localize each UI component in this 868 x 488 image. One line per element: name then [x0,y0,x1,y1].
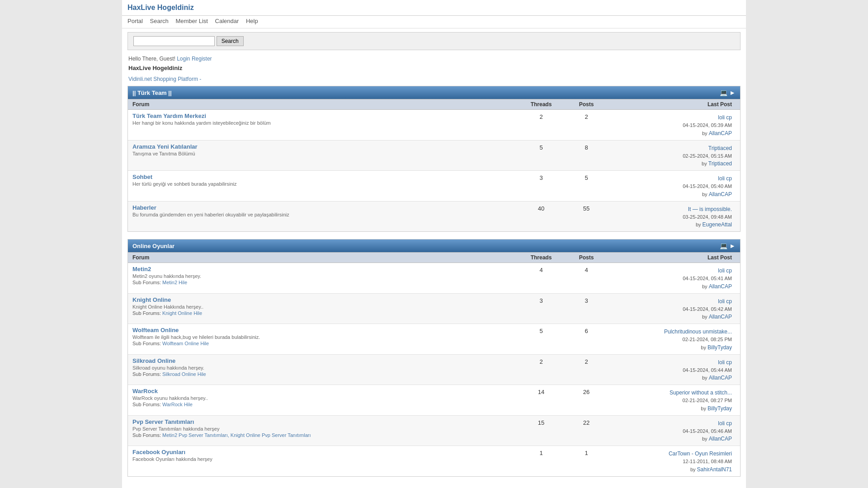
subforum-link[interactable]: Metin2 Pvp Server Tanıtımları, [162,432,229,438]
lastpost-user-link[interactable]: AllanCAP [709,283,732,290]
forum-name-link[interactable]: Knight Online [132,296,171,303]
forum-name-link[interactable]: WarRock [132,388,158,394]
nav-bar: Portal Search Member List Calendar Help [122,16,746,28]
column-headers: Forum Threads Posts Last Post [128,252,740,263]
lastpost-by: by BillyTyday [701,406,732,411]
lastpost-title-link[interactable]: loli cp [718,114,732,121]
table-row: Silkroad OnlineSilkroad oyunu hakkında h… [128,355,740,385]
forum-name-link[interactable]: Wolfteam Online [132,327,179,333]
search-input[interactable] [133,36,215,46]
forum-info-cell: WarRockWarRock oyunu hakkında herşey..Su… [132,388,519,407]
lastpost-by: by AllanCAP [702,436,732,441]
table-row: Metin2Metin2 oyunu hakkında herşey.Sub F… [128,263,740,294]
forum-desc: Her türlü geyiği ve sohbeti burada yapab… [132,181,519,187]
table-row: Knight OnlineKnight Online Hakkında herş… [128,294,740,324]
subforum-link[interactable]: Knight Online Pvp Server Tanıtımları [231,432,311,438]
forum-info-cell: SohbetHer türlü geyiği ve sohbeti burada… [132,174,519,187]
subforum-link[interactable]: Silkroad Online Hile [162,371,206,377]
forum-lastpost-cell: loli cp04-15-2024, 05:46 AMby AllanCAP [609,418,736,443]
lastpost-user-link[interactable]: AllanCAP [709,191,732,197]
lastpost-title-link[interactable]: loli cp [718,175,732,182]
lastpost-user-link[interactable]: BillyTyday [708,405,732,412]
subforum-link[interactable]: Wolfteam Online Hile [162,341,209,346]
col-lastpost-header: Last Post [609,254,736,261]
lastpost-user-link[interactable]: AllanCAP [709,436,732,442]
platform-link: Vidinli.net Shopping Platform - [122,75,746,86]
lastpost-user-link[interactable]: Triptiaced [708,160,732,167]
lastpost-user-link[interactable]: SahirAntalN71 [697,466,732,473]
search-button[interactable]: Search [217,36,244,46]
col-threads-header: Threads [519,101,564,108]
platform-link-anchor[interactable]: Vidinli.net Shopping Platform - [128,76,201,82]
table-row: Facebook OyunlarıFacebook Oyunları hakkı… [128,446,740,476]
lastpost-by: by AllanCAP [702,375,732,380]
forum-info-cell: Pvp Server TanıtımlarıPvp Server Tanıtım… [132,418,519,438]
forum-desc: Wolfteam ile ilgili hack,bug ve hileleri… [132,334,519,340]
section-collapse-icon[interactable]: 💻 ► [720,242,736,249]
lastpost-date: 02-21-2024, 08:25 PM [609,336,732,343]
lastpost-title-link[interactable]: It — is impossible. [688,206,732,212]
nav-search[interactable]: Search [150,18,169,24]
header: HaxLive Hogeldiniz [122,0,746,16]
lastpost-title-link[interactable]: Triptiaced [708,145,732,151]
forum-name-link[interactable]: Aramıza Yeni Katılanlar [132,143,198,150]
hello-bar: Hello There, Guest! Login Register [122,54,746,64]
forum-threads-count: 5 [519,143,564,151]
forum-name-link[interactable]: Haberler [132,204,156,211]
forum-info-cell: Türk Team Yardım MerkeziHer hangi bir ko… [132,113,519,126]
lastpost-user-link[interactable]: EugeneAttal [703,221,732,228]
subforum-link[interactable]: Knight Online Hile [162,310,202,316]
lastpost-by: by SahirAntalN71 [690,467,732,472]
lastpost-user-link[interactable]: AllanCAP [709,130,732,136]
subforum-link[interactable]: Metin2 Hile [162,280,187,285]
forum-name-link[interactable]: Pvp Server Tanıtımları [132,418,194,425]
subforums-label: Sub Forums: [132,280,162,285]
forum-lastpost-cell: loli cp04-15-2024, 05:40 AMby AllanCAP [609,174,736,198]
lastpost-title-link[interactable]: Pulchritudinous unmistake... [664,328,732,335]
forum-name-link[interactable]: Facebook Oyunları [132,449,185,455]
forum-threads-count: 4 [519,266,564,273]
lastpost-user-link[interactable]: AllanCAP [709,375,732,381]
forum-subforums: Sub Forums: Metin2 Pvp Server Tanıtımlar… [132,432,519,438]
nav-portal[interactable]: Portal [127,18,143,24]
forum-threads-count: 14 [519,388,564,395]
login-link[interactable]: Login [177,56,190,62]
lastpost-by: by EugeneAttal [696,222,732,227]
lastpost-title-link[interactable]: loli cp [718,267,732,274]
forum-threads-count: 3 [519,174,564,181]
subforums-label: Sub Forums: [132,402,162,407]
forum-posts-count: 4 [564,266,609,273]
sections-container: || Türk Team || 💻 ► Forum Threads Posts … [122,86,746,477]
lastpost-date: 03-25-2024, 09:48 AM [609,213,732,221]
forum-name-link[interactable]: Metin2 [132,266,151,272]
forum-name-link[interactable]: Sohbet [132,174,152,180]
forum-name-link[interactable]: Silkroad Online [132,357,175,364]
lastpost-by: by Triptiaced [702,161,732,166]
forum-lastpost-cell: loli cp04-15-2024, 05:39 AMby AllanCAP [609,113,736,137]
lastpost-title-link[interactable]: Superior without a stitch... [670,389,732,396]
forum-desc: Silkroad oyunu hakkında herşey. [132,365,519,371]
lastpost-title-link[interactable]: loli cp [718,359,732,366]
forum-threads-count: 1 [519,449,564,456]
forum-subforums: Sub Forums: Silkroad Online Hile [132,371,519,377]
forum-name-link[interactable]: Türk Team Yardım Merkezi [132,113,206,119]
nav-help[interactable]: Help [246,18,258,24]
lastpost-user-link[interactable]: AllanCAP [709,314,732,320]
lastpost-title-link[interactable]: loli cp [718,420,732,427]
forum-lastpost-cell: CarTown - Oyun Resimleri12-11-2011, 08:4… [609,449,736,474]
forum-posts-count: 6 [564,327,609,334]
forum-posts-count: 1 [564,449,609,456]
lastpost-by: by AllanCAP [702,131,732,136]
section-collapse-icon[interactable]: 💻 ► [720,89,736,96]
table-row: Pvp Server TanıtımlarıPvp Server Tanıtım… [128,416,740,446]
lastpost-user-link[interactable]: BillyTyday [708,344,732,351]
lastpost-title-link[interactable]: loli cp [718,298,732,305]
logo[interactable]: HaxLive Hogeldiniz [127,5,194,11]
nav-calendar[interactable]: Calendar [215,18,239,24]
nav-memberlist[interactable]: Member List [175,18,208,24]
table-row: Türk Team Yardım MerkeziHer hangi bir ko… [128,110,740,141]
subforum-link[interactable]: WarRock Hile [162,402,193,407]
register-link[interactable]: Register [192,56,212,62]
lastpost-title-link[interactable]: CarTown - Oyun Resimleri [669,450,732,457]
lastpost-date: 02-25-2024, 05:15 AM [609,152,732,160]
